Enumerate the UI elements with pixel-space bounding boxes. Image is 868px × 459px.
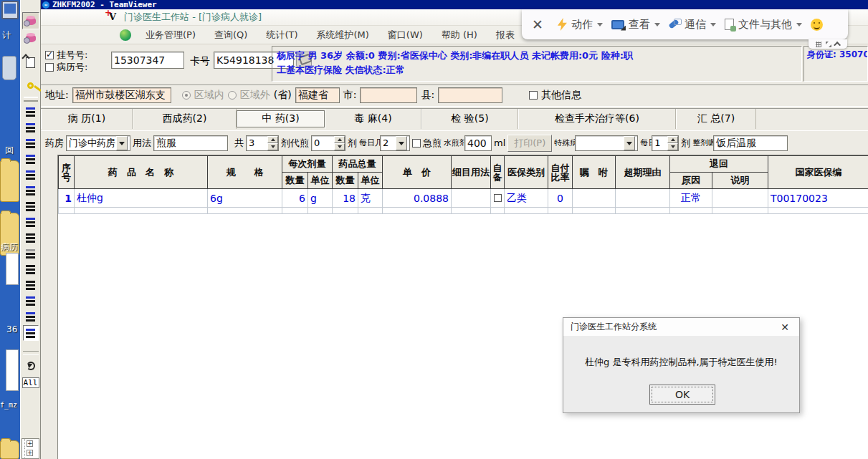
table-row[interactable]: 1 杜仲g 6g 6 g 18 克 0.0888 乙类 0 — [59, 189, 868, 208]
document-icon[interactable] — [6, 349, 19, 391]
chevron-up-icon[interactable] — [834, 42, 841, 49]
app-icon: V — [107, 11, 118, 23]
desktop-icon-label[interactable]: f_mz — [0, 401, 17, 409]
spin-down-icon[interactable] — [267, 143, 278, 150]
list-tool-button[interactable] — [23, 231, 39, 246]
my-computer-icon[interactable] — [1, 1, 19, 19]
tab-summary[interactable]: 汇 总(7) — [676, 109, 756, 129]
tree-node[interactable] — [24, 439, 39, 448]
col-header-return-note: 说明 — [712, 173, 768, 189]
actions-menu[interactable]: 动作 — [558, 18, 603, 32]
list-tool-button[interactable] — [23, 105, 39, 120]
desktop-icon-label[interactable]: 病历 — [1, 241, 18, 253]
desktop-icon-label[interactable]: 回 — [5, 145, 14, 157]
list-tool-button[interactable] — [23, 246, 39, 262]
list-tool-button[interactable] — [23, 168, 39, 183]
tab-lab-test[interactable]: 检 验(5) — [421, 109, 518, 129]
list-tool-button[interactable] — [23, 136, 39, 152]
tree-expand-icon[interactable] — [27, 440, 33, 447]
menu-item-business[interactable]: 业务管理(P) — [146, 29, 196, 42]
menu-item-maintenance[interactable]: 系统维护(M) — [316, 29, 368, 42]
tab-western-medicine[interactable]: 西成药(2) — [133, 109, 237, 129]
all-filter-box[interactable]: All — [22, 377, 39, 388]
new-document-button[interactable] — [22, 54, 39, 71]
chevron-down-icon[interactable] — [396, 136, 407, 150]
recycle-bin-icon[interactable] — [2, 56, 16, 80]
advice-input[interactable] — [716, 137, 785, 149]
grid-icon[interactable] — [816, 42, 821, 47]
desktop-icon-label[interactable]: 36 — [6, 324, 17, 334]
address-input[interactable] — [75, 90, 168, 101]
folder-icon[interactable] — [0, 440, 19, 459]
list-tool-button[interactable] — [23, 278, 39, 294]
list-tool-button[interactable] — [23, 199, 39, 215]
document-icon[interactable] — [6, 253, 19, 285]
list-tool-button[interactable] — [23, 215, 39, 231]
county-input[interactable] — [441, 90, 500, 101]
usage-input[interactable] — [156, 137, 225, 149]
menu-item-help[interactable]: 帮助 (H) — [442, 29, 477, 42]
cell-return-note — [712, 189, 768, 208]
menu-item-window[interactable]: 窗口(W) — [388, 29, 423, 42]
close-session-button[interactable]: ✕ — [532, 16, 543, 32]
city-input[interactable] — [363, 90, 414, 101]
urgent-checkbox[interactable] — [412, 139, 421, 148]
menu-item-query[interactable]: 查询(Q) — [214, 29, 247, 42]
database-tool-button[interactable] — [22, 29, 39, 47]
special-disease-select[interactable] — [575, 135, 638, 151]
spin-up-icon[interactable] — [667, 136, 678, 143]
tree-node[interactable] — [24, 448, 39, 458]
col-header-dose-unit: 单位 — [308, 173, 333, 189]
other-info-checkbox[interactable] — [529, 91, 538, 100]
list-tool-button[interactable] — [23, 262, 39, 278]
reg-number-input[interactable] — [114, 54, 181, 66]
tab-chinese-medicine[interactable]: 中 药(3) — [237, 110, 325, 127]
tab-medical-record[interactable]: 病 历(1) — [41, 109, 133, 129]
chevron-down-icon[interactable] — [624, 136, 635, 150]
list-tool-button[interactable] — [23, 294, 39, 309]
feedback-smiley-icon[interactable] — [811, 19, 823, 31]
refresh-button[interactable] — [22, 357, 39, 375]
tab-narcotics[interactable]: 毒 麻(4) — [325, 109, 421, 129]
view-menu[interactable]: 查看 — [611, 18, 660, 32]
print-button[interactable]: 打印(P) — [507, 135, 552, 152]
decoct-doses-stepper[interactable]: 0 — [311, 135, 345, 151]
spin-down-icon[interactable] — [667, 143, 678, 150]
mrn-checkbox[interactable] — [45, 63, 54, 72]
menu-logo-icon — [120, 29, 131, 41]
folder-icon[interactable] — [0, 160, 19, 202]
list-tool-button[interactable] — [23, 325, 39, 341]
freq-select[interactable]: 2 — [380, 135, 410, 151]
chevron-down-icon[interactable] — [116, 136, 128, 150]
files-extras-menu[interactable]: 文件与其他 — [725, 18, 802, 32]
communication-menu[interactable]: 通信 — [669, 18, 716, 32]
list-tool-button[interactable] — [23, 120, 39, 136]
database-tool-button[interactable] — [22, 12, 39, 29]
list-icon — [26, 296, 35, 299]
key-tool-button[interactable] — [22, 77, 39, 94]
province-input[interactable] — [298, 90, 337, 101]
menu-item-stats[interactable]: 统计(T) — [266, 29, 297, 42]
tree-expand-icon[interactable] — [27, 450, 33, 456]
menu-item-report[interactable]: 报表 — [496, 29, 515, 42]
region-in-radio[interactable] — [182, 91, 191, 100]
list-tool-button[interactable] — [23, 183, 39, 199]
spin-up-icon[interactable] — [267, 136, 278, 143]
total-doses-stepper[interactable]: 3 — [246, 135, 279, 151]
pharmacy-select[interactable]: 门诊中药房 — [66, 135, 130, 151]
water-volume-input[interactable] — [467, 137, 489, 149]
tab-exam-surgery[interactable]: 检查手术治疗等(6) — [518, 109, 676, 129]
ok-button[interactable]: OK — [649, 385, 715, 405]
self-provided-checkbox[interactable] — [494, 194, 502, 202]
perday-stepper[interactable]: 1 — [652, 135, 679, 151]
spin-down-icon[interactable] — [334, 143, 345, 150]
dialog-close-button[interactable]: ✕ — [778, 322, 792, 333]
spin-up-icon[interactable] — [334, 136, 345, 143]
list-tool-button[interactable] — [23, 309, 39, 325]
city-label: 市: — [343, 89, 357, 102]
list-tool-button[interactable] — [23, 152, 39, 168]
region-out-radio[interactable] — [228, 91, 237, 100]
fullscreen-icon[interactable] — [826, 42, 831, 47]
reg-number-checkbox[interactable] — [45, 51, 54, 59]
desktop-icon-label[interactable]: 计 — [2, 29, 11, 42]
